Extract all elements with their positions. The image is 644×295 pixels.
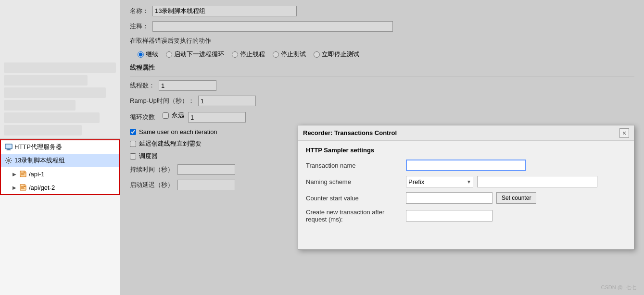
http-proxy-icon [5, 143, 13, 151]
http-sampler-title: HTTP Sampler settings [306, 147, 626, 154]
blur-item-3 [4, 87, 106, 98]
sidebar: HTTP代理服务器 13录制脚本线程组 ▶ [0, 0, 120, 295]
svg-rect-0 [5, 144, 12, 149]
modal-body: HTTP Sampler settings Transaction name N… [298, 141, 634, 234]
naming-scheme-label: Naming scheme [306, 178, 402, 185]
sidebar-item-api-1[interactable]: ▶ /api-1 [1, 167, 119, 181]
api-get-2-script-icon [19, 184, 27, 191]
naming-scheme-value-input[interactable] [477, 176, 597, 187]
set-counter-button[interactable]: Set counter [496, 192, 536, 204]
svg-rect-2 [7, 149, 11, 150]
expand-icon-api-get-2: ▶ [13, 185, 16, 190]
sidebar-http-proxy-label: HTTP代理服务器 [14, 143, 62, 151]
blur-item-2 [4, 75, 88, 86]
sidebar-thread-group-label: 13录制脚本线程组 [14, 156, 65, 165]
transaction-name-input[interactable] [406, 160, 526, 171]
sidebar-api-get-2-label: /api/get-2 [29, 184, 55, 191]
naming-scheme-select[interactable]: Prefix Suffix Format [406, 176, 473, 187]
naming-scheme-controls: Prefix Suffix Format ▼ [406, 176, 597, 187]
main-panel: 名称： 注释： 在取样器错误后要执行的动作 继续 启动下一进程循环 停止线程 [120, 0, 644, 295]
modal-title: Recorder: Transactions Control [303, 129, 397, 136]
modal-dialog: Recorder: Transactions Control × HTTP Sa… [298, 125, 634, 250]
svg-point-3 [7, 159, 10, 162]
counter-start-input[interactable] [406, 192, 492, 204]
transaction-name-label: Transaction name [306, 162, 402, 169]
modal-overlay: Recorder: Transactions Control × HTTP Sa… [120, 0, 644, 295]
close-icon: × [622, 129, 626, 137]
new-transaction-row: Create new transaction after request (ms… [306, 209, 626, 223]
sidebar-blur-area [0, 0, 120, 139]
naming-scheme-wrapper: Prefix Suffix Format ▼ [406, 176, 473, 187]
main-layout: HTTP代理服务器 13录制脚本线程组 ▶ [0, 0, 644, 295]
blur-item-6 [4, 125, 82, 135]
naming-scheme-row: Naming scheme Prefix Suffix Format ▼ [306, 176, 626, 187]
blur-item-4 [4, 100, 76, 111]
counter-start-label: Counter start value [306, 195, 402, 202]
new-transaction-label: Create new transaction after request (ms… [306, 209, 402, 223]
blur-item-1 [4, 62, 116, 73]
svg-rect-1 [7, 149, 10, 150]
api-1-script-icon [19, 170, 27, 178]
modal-close-button[interactable]: × [619, 128, 629, 138]
sidebar-item-thread-group[interactable]: 13录制脚本线程组 [1, 154, 119, 167]
modal-titlebar: Recorder: Transactions Control × [298, 125, 634, 141]
new-transaction-input[interactable] [406, 210, 492, 221]
watermark: CSDN @_七七 [601, 284, 636, 291]
sidebar-api-1-label: /api-1 [29, 171, 45, 178]
gear-icon [5, 157, 13, 164]
sidebar-tree: HTTP代理服务器 13录制脚本线程组 ▶ [0, 139, 120, 195]
expand-icon-api-1: ▶ [13, 172, 16, 177]
transaction-name-row: Transaction name [306, 160, 626, 171]
blur-item-5 [4, 112, 100, 123]
sidebar-item-http-proxy[interactable]: HTTP代理服务器 [1, 140, 119, 154]
counter-start-row: Counter start value Set counter [306, 192, 626, 204]
sidebar-item-api-get-2[interactable]: ▶ /api/get-2 [1, 181, 119, 194]
